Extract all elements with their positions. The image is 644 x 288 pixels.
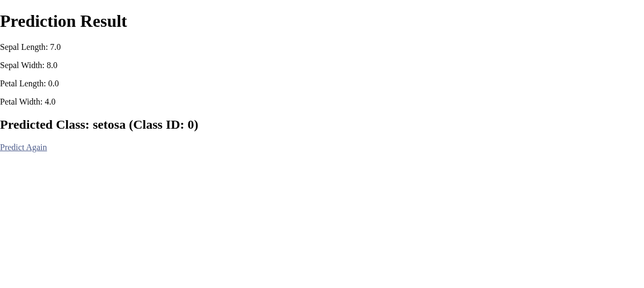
- predicted-class-name: setosa: [93, 117, 126, 131]
- sepal-width-value: 8.0: [47, 61, 57, 70]
- petal-width-label: Petal Width: [0, 97, 40, 106]
- predicted-class-prefix: Predicted Class:: [0, 117, 93, 131]
- sepal-width-label: Sepal Width: [0, 61, 42, 70]
- sepal-length-label: Sepal Length: [0, 42, 46, 51]
- petal-width-value: 4.0: [45, 97, 56, 106]
- predict-again-link[interactable]: Predict Again: [0, 143, 47, 152]
- sepal-width-row: Sepal Width: 8.0: [0, 61, 644, 70]
- sepal-length-row: Sepal Length: 7.0: [0, 42, 644, 52]
- petal-length-value: 0.0: [48, 79, 59, 88]
- page-title: Prediction Result: [0, 11, 644, 31]
- predicted-class-id: 0: [188, 117, 194, 131]
- petal-length-label: Petal Length: [0, 79, 43, 88]
- petal-width-row: Petal Width: 4.0: [0, 97, 644, 107]
- predicted-class-id-suffix: ): [194, 117, 199, 131]
- predicted-class-id-prefix: (Class ID:: [126, 117, 187, 131]
- predicted-class-heading: Predicted Class: setosa (Class ID: 0): [0, 117, 644, 132]
- petal-length-row: Petal Length: 0.0: [0, 79, 644, 88]
- sepal-length-value: 7.0: [50, 42, 61, 51]
